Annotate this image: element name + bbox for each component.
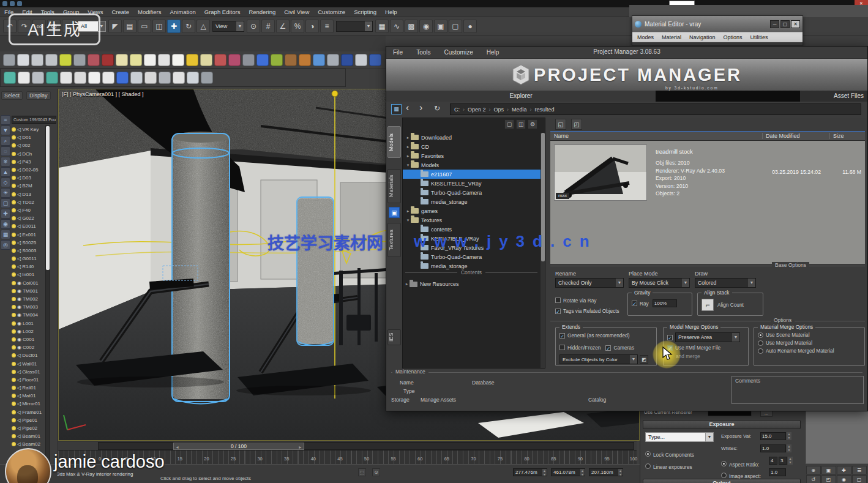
tree-item[interactable]: ▸CD [403,142,545,151]
explorer-scrollbar-thumb[interactable] [46,126,50,270]
tree-item[interactable]: Turbo-Quad-Camera [403,252,545,261]
list-item[interactable]: ◁002 [11,141,45,149]
tree-item[interactable]: ▸Favorites [403,151,545,160]
zoom-icon[interactable]: ⊕ [806,466,821,474]
linear-exposures-radio[interactable]: Linear exposures [645,460,692,471]
visibility-bulb-icon[interactable] [12,289,16,293]
list-item[interactable]: ◁In001 [11,271,45,279]
time-slider-groove[interactable]: ◄ 0 / 100 ► [98,442,634,450]
plugin-icon-2[interactable] [18,72,30,84]
materials-icon[interactable]: ◉ [1,219,10,229]
pm-menu-file[interactable]: File [386,49,410,56]
render-icon[interactable]: ● [463,20,477,33]
rollout-exposure[interactable]: Exposure [643,420,801,429]
orbit-icon[interactable]: ↺ [806,475,821,483]
file-title[interactable]: treadmill stock [656,148,693,155]
align-icon[interactable]: ≡ [320,20,334,33]
menu-modifiers[interactable]: Modifiers [133,9,166,15]
tree-item[interactable]: ▸Downloaded [403,133,545,142]
pm-menu-tools[interactable]: Tools [410,49,437,56]
list-item[interactable]: ◁P43 [11,158,45,166]
tab-select[interactable]: Select [1,91,23,100]
auto-rename-radio[interactable]: Auto Rename Merged Material [758,348,864,354]
tab-asset-files[interactable]: Asset Files [834,91,864,101]
whites-field[interactable]: 1.0 [760,444,786,452]
visibility-bulb-icon[interactable] [12,345,16,350]
scale-icon[interactable]: △ [196,20,210,33]
visibility-bulb-icon[interactable] [12,434,16,438]
menu-animation[interactable]: Animation [166,9,200,15]
list-item[interactable]: ◁S0003 [11,247,45,255]
visibility-bulb-icon[interactable] [12,329,16,334]
preserve-area-dropdown[interactable]: Preserve Area▼ [675,332,740,342]
me-menu-modes[interactable]: Modes [637,34,654,40]
maximize-viewport-icon[interactable]: ▢ [852,475,867,483]
me-menu-options[interactable]: Options [724,34,743,40]
menu-rendering[interactable]: Rendering [244,9,280,15]
list-item[interactable]: ◁VR Key [11,125,45,133]
list-item[interactable]: ◁B2M [11,182,45,190]
menu-customize[interactable]: Customize [313,9,350,15]
shapes-icon[interactable]: ◇ [1,178,10,187]
plugin-icon-5[interactable] [59,54,72,66]
list-item[interactable]: ◉Col001 [11,279,45,287]
rollout-output[interactable]: Output [643,479,801,483]
spinner-icon[interactable]: ▲▼ [787,432,791,440]
material-editor-titlebar[interactable]: Material Editor - vray ─ ▢ ✕ [632,16,803,32]
list-item[interactable]: ◁R140 [11,263,45,271]
plugin-icon-3[interactable] [32,72,44,84]
coord-x-field[interactable]: 277.476m▲▼ [513,468,547,476]
list-item[interactable]: ◁Beam02 [11,440,45,448]
plugin-icon-25[interactable] [341,54,353,66]
named-selection-sets-combo[interactable]: ▼ [336,21,373,32]
window-crossing-icon[interactable]: ◫ [152,20,166,33]
schematic-view-icon[interactable]: ▩ [405,20,418,33]
reference-coordinate-combo[interactable]: View▼ [212,21,244,32]
col-date-modified[interactable]: Date Modified [762,133,829,139]
tree-expand-icon[interactable]: ▾ [405,163,411,168]
list-item[interactable]: ◁TD02 [11,198,45,206]
plugin-icon-24[interactable] [327,54,339,66]
cameras-checkbox[interactable]: ✓Cameras [605,341,634,352]
col-size[interactable]: Size [829,133,865,139]
visibility-bulb-icon[interactable] [12,313,16,317]
tab-explorer[interactable]: Explorer [386,91,656,102]
plugin-icon-14[interactable] [187,72,199,84]
filter-icon[interactable]: ▼ [1,125,10,135]
menu-civil-view[interactable]: Civil View [280,9,313,15]
visibility-bulb-icon[interactable] [12,264,16,269]
abs-offset-icon[interactable]: ⊙ [372,468,380,476]
list-item[interactable]: ◁D13 [11,190,45,198]
render-setup-icon[interactable]: ▣ [434,20,447,33]
plugin-icon-1[interactable] [3,54,15,66]
geometry-icon[interactable]: ▲ [1,167,10,177]
plugin-icon-4[interactable] [46,72,58,84]
list-item[interactable]: ◁D03 [11,174,45,182]
image-aspect-field[interactable]: 1.0 [769,468,786,476]
breadcrumb-segment[interactable]: Open 2 [468,107,486,113]
list-item[interactable]: ◁G022 [11,214,45,222]
visibility-bulb-icon[interactable] [12,241,16,245]
zoom-extents-icon[interactable]: ☰ [852,466,867,474]
plugin-icon-11[interactable] [144,72,157,84]
list-item[interactable]: ◁D01 [11,133,45,141]
list-item[interactable]: ◉C002 [11,343,45,351]
tree-item[interactable]: ▸games [403,206,545,215]
pan-icon[interactable]: ✚ [837,466,851,474]
open-file-icon[interactable]: ◰ [571,119,582,130]
snap-3d-icon[interactable]: # [261,20,275,33]
list-item[interactable]: ◉C001 [11,335,45,343]
spinner-icon[interactable]: ▲▼ [787,444,791,452]
tree-item[interactable]: Turbo-Quad-Camera [403,188,545,197]
tab-display[interactable]: Display [26,91,51,100]
menu-scripting[interactable]: Scripting [350,9,381,15]
use-pivot-icon[interactable]: ⊙ [247,20,260,33]
list-item[interactable]: ◉TM002 [11,295,45,303]
col-name[interactable]: Name [550,133,762,139]
merge-file-icon[interactable]: ◱ [555,119,566,130]
visibility-bulb-icon[interactable] [12,353,16,358]
visibility-bulb-icon[interactable] [12,208,16,212]
curve-editor-icon[interactable]: ∿ [390,20,403,33]
tree-item[interactable]: media_storage [403,197,545,206]
plugin-icon-9[interactable] [116,54,128,66]
